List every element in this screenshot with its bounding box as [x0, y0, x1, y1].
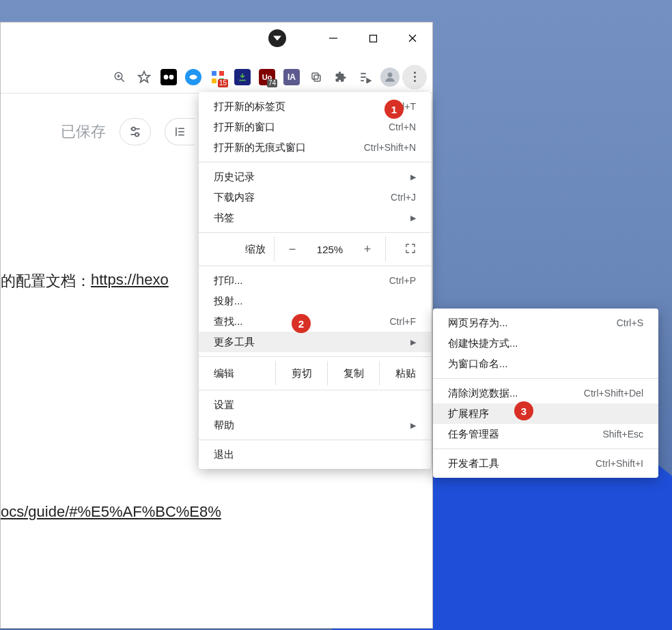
- edit-cut[interactable]: 剪切: [275, 361, 327, 386]
- toolbar: 15 Uo74 IA: [1, 61, 432, 94]
- extension-ia[interactable]: IA: [279, 65, 304, 89]
- svg-rect-11: [212, 71, 216, 76]
- extension-grid[interactable]: 15: [206, 65, 230, 89]
- menu-settings[interactable]: 设置: [199, 395, 431, 415]
- menu-downloads[interactable]: 下载内容Ctrl+J: [199, 187, 431, 207]
- profile-avatar[interactable]: [378, 65, 402, 89]
- zoom-value: 125%: [310, 244, 350, 255]
- extension-copy-icon[interactable]: [304, 65, 328, 89]
- submenu-dev-tools[interactable]: 开发者工具Ctrl+Shift+I: [433, 453, 658, 474]
- zoom-icon[interactable]: [107, 65, 132, 89]
- svg-rect-13: [212, 78, 216, 83]
- extension-ublock[interactable]: Uo74: [255, 65, 279, 89]
- svg-rect-16: [312, 73, 318, 79]
- doc-text: 的配置文档：: [1, 271, 91, 291]
- svg-point-9: [164, 74, 169, 79]
- tab-search-button[interactable]: [268, 29, 286, 47]
- zoom-label: 缩放: [214, 243, 274, 256]
- media-control-icon[interactable]: [353, 65, 378, 89]
- menu-find[interactable]: 查找...Ctrl+F: [199, 311, 431, 332]
- submenu-create-shortcut[interactable]: 创建快捷方式...: [433, 333, 658, 354]
- filter-search-button[interactable]: [120, 118, 151, 145]
- extensions-puzzle-icon[interactable]: [328, 65, 353, 89]
- badge: 74: [267, 79, 277, 87]
- desktop: 15 Uo74 IA 已保存 的配置文档： https://hexo ocs/g…: [0, 0, 672, 630]
- url-fragment[interactable]: ocs/guide/#%E5%AF%BC%E8%: [1, 503, 221, 520]
- menu-new-window[interactable]: 打开新的窗口Ctrl+N: [199, 117, 431, 137]
- chrome-menu-button[interactable]: [402, 65, 427, 89]
- svg-point-10: [169, 74, 174, 79]
- menu-exit[interactable]: 退出: [199, 444, 431, 465]
- edit-paste[interactable]: 粘贴: [379, 361, 431, 386]
- submenu-save-as[interactable]: 网页另存为...Ctrl+S: [433, 313, 658, 333]
- svg-line-5: [121, 78, 124, 82]
- menu-zoom-row: 缩放 − 125% +: [199, 237, 431, 261]
- menu-edit-row: 编辑 剪切 复制 粘贴: [199, 361, 431, 386]
- doc-link[interactable]: https://hexo: [91, 271, 169, 291]
- extension-flickr[interactable]: [156, 65, 181, 89]
- menu-cast[interactable]: 投射...: [199, 291, 431, 311]
- svg-marker-8: [139, 71, 150, 82]
- more-tools-submenu: 网页另存为...Ctrl+S 创建快捷方式... 为窗口命名... 清除浏览数据…: [433, 309, 658, 478]
- menu-history[interactable]: 历史记录▶: [199, 167, 431, 187]
- edit-copy[interactable]: 复制: [327, 361, 379, 386]
- maximize-button[interactable]: [353, 23, 393, 54]
- svg-rect-15: [314, 75, 320, 81]
- minimize-button[interactable]: [313, 23, 353, 54]
- zoom-in-button[interactable]: +: [350, 237, 385, 261]
- outline-button[interactable]: [165, 118, 195, 145]
- menu-help[interactable]: 帮助▶: [199, 415, 431, 435]
- menu-more-tools[interactable]: 更多工具▶: [199, 332, 431, 352]
- svg-rect-12: [219, 71, 224, 76]
- svg-marker-20: [367, 78, 370, 83]
- extension-blue[interactable]: [181, 65, 206, 89]
- fullscreen-button[interactable]: [405, 243, 416, 256]
- submenu-name-window[interactable]: 为窗口命名...: [433, 354, 658, 374]
- svg-rect-1: [369, 35, 376, 42]
- submenu-clear-data[interactable]: 清除浏览数据...Ctrl+Shift+Del: [433, 383, 658, 403]
- menu-incognito[interactable]: 打开新的无痕式窗口Ctrl+Shift+N: [199, 137, 431, 158]
- svg-point-24: [132, 127, 135, 130]
- close-button[interactable]: [393, 23, 432, 54]
- menu-print[interactable]: 打印...Ctrl+P: [199, 270, 431, 291]
- extension-download[interactable]: [230, 65, 255, 89]
- titlebar: [268, 23, 432, 54]
- submenu-extensions[interactable]: 扩展程序: [433, 403, 658, 424]
- chrome-main-menu: 打开新的标签页Ctrl+T 打开新的窗口Ctrl+N 打开新的无痕式窗口Ctrl…: [199, 92, 431, 469]
- annotation-3: 3: [514, 401, 533, 420]
- saved-label: 已保存: [61, 121, 106, 142]
- zoom-out-button[interactable]: −: [275, 237, 310, 261]
- bookmark-star-icon[interactable]: [132, 65, 156, 89]
- svg-point-21: [388, 72, 393, 77]
- badge: 15: [218, 79, 228, 87]
- annotation-1: 1: [384, 100, 404, 119]
- submenu-task-manager[interactable]: 任务管理器Shift+Esc: [433, 424, 658, 444]
- annotation-2: 2: [292, 314, 311, 333]
- menu-bookmarks[interactable]: 书签▶: [199, 207, 431, 228]
- edit-label: 编辑: [199, 367, 275, 380]
- svg-point-25: [135, 133, 139, 137]
